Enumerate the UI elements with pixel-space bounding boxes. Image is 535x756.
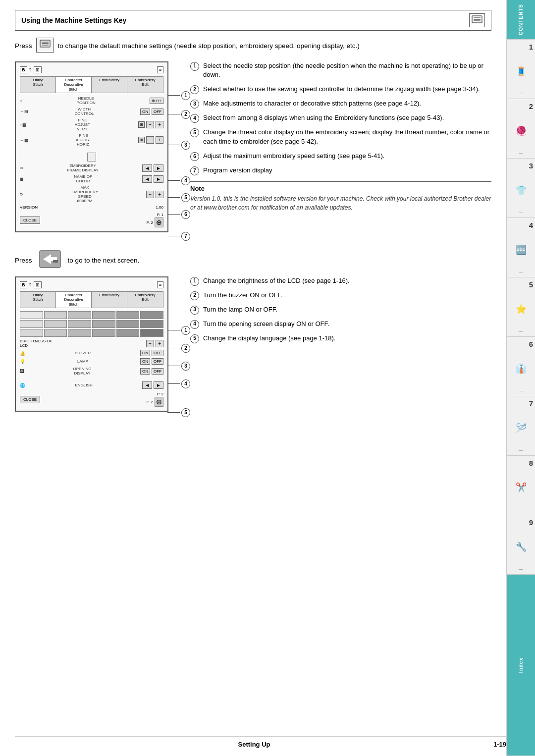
sidebar-tab-ch8[interactable]: 8 ✂️ —	[506, 456, 535, 515]
fine-horiz-ctrl[interactable]: ⊞ − +	[138, 136, 163, 144]
sidebar-tab-contents[interactable]: CONTENTS	[506, 0, 535, 40]
machine-brand-logo: B	[20, 66, 27, 73]
needle-ctrl[interactable]: ⊕↕+↑	[150, 98, 163, 104]
sidebar-icon-4: 🔤	[516, 244, 527, 255]
color-name-left[interactable]: ◄	[142, 175, 152, 183]
emb-speed-minus[interactable]: −	[146, 191, 154, 198]
callout-text-7: Program version display	[203, 166, 272, 175]
language-ctrl[interactable]: ◄ ►	[142, 381, 163, 389]
section-header: Using the Machine Settings Key	[15, 10, 491, 31]
callout-circle-5: 5	[181, 193, 190, 202]
lamp-on[interactable]: ON	[140, 358, 150, 365]
next-page-btn-2[interactable]: ⊕	[155, 397, 163, 407]
brightness-ctrl[interactable]: − +	[146, 340, 163, 347]
callout-5-connector: 5	[167, 193, 190, 202]
machine-row-fine-vert: ↕▦ FINEADJUSTVERT. ⊞ − +	[20, 118, 163, 131]
callout-line-7	[167, 236, 180, 236]
sidebar-tab-ch5[interactable]: 5 ⭐ —	[506, 277, 535, 337]
fine-vert-label: FINEADJUSTVERT.	[27, 118, 139, 131]
sidebar-tab-ch3[interactable]: 3 👕 —	[506, 159, 535, 218]
note-box: Note Version 1.0, this is the installed …	[190, 181, 491, 212]
fine-horiz-minus[interactable]: −	[146, 136, 154, 144]
brightness-minus[interactable]: −	[146, 340, 154, 347]
sidebar-dash-3: —	[519, 210, 523, 215]
close-button-2[interactable]: CLOSE	[20, 396, 40, 403]
main-section-2: B ? ⊞ ≡ UtilityStitch CharacterDecorativ…	[15, 276, 491, 420]
sidebar-tab-ch6[interactable]: 6 👔 —	[506, 337, 535, 396]
sidebar-tab-ch4[interactable]: 4 🔤 —	[506, 218, 535, 277]
callout-line-5	[167, 197, 180, 198]
callout2-circle-1: 1	[181, 326, 190, 335]
lamp-ctrl[interactable]: ON OFF	[140, 358, 163, 365]
sidebar-tab-ch9[interactable]: 9 🔧 —	[506, 515, 535, 575]
main-content: Using the Machine Settings Key Press to …	[0, 0, 506, 756]
press-label: Press	[15, 41, 32, 51]
emb-speed-plus[interactable]: +	[156, 191, 163, 198]
lamp-icon: 💡	[20, 359, 25, 364]
fine-vert-plus[interactable]: +	[156, 121, 163, 128]
callout2-line-1	[167, 330, 180, 330]
next-page-btn-1[interactable]: ⊕	[155, 217, 163, 227]
language-left[interactable]: ◄	[142, 381, 152, 389]
buzzer-on[interactable]: ON	[140, 350, 150, 356]
page-footer: Setting Up 1-19	[15, 736, 506, 748]
buzzer-ctrl[interactable]: ON OFF	[140, 350, 163, 356]
callout-circle-6: 6	[181, 210, 190, 219]
sidebar-icon-7: 🪡	[516, 423, 527, 433]
version-row: VERSION 1.00	[20, 205, 163, 210]
swatch-14	[44, 329, 67, 337]
emb-frame-left[interactable]: ◄	[142, 164, 152, 172]
swatch-1	[20, 311, 43, 319]
emb-speed-ctrl[interactable]: − +	[146, 191, 163, 198]
opening-ctrl[interactable]: ON OFF	[140, 368, 163, 375]
callout-desc-5: 5 Change the thread color display on the…	[190, 128, 491, 147]
fine-vert-minus[interactable]: −	[146, 121, 154, 128]
color-name-right[interactable]: ►	[154, 175, 163, 183]
buzzer-off[interactable]: OFF	[152, 350, 163, 356]
sidebar-tab-ch2[interactable]: 2 🧶 —	[506, 99, 535, 159]
width-on[interactable]: ON	[140, 108, 150, 115]
sidebar-tab-ch1[interactable]: 1 🧵 —	[506, 40, 535, 99]
close-button-1[interactable]: CLOSE	[20, 216, 40, 224]
emb-frame-ctrl[interactable]: ◄ ►	[142, 164, 163, 172]
callout-line-3	[167, 145, 180, 145]
callout-circle-2: 2	[181, 110, 190, 119]
opening-on[interactable]: ON	[140, 368, 150, 375]
emb-frame-label: EMBROIDERYFRAME DISPLAY	[23, 163, 142, 172]
brightness-plus[interactable]: +	[156, 340, 163, 347]
sidebar-tab-index[interactable]: Index	[506, 575, 535, 756]
sidebar-icon-1: 🧵	[516, 66, 527, 77]
callout-text-5: Change the thread color display on the e…	[203, 128, 491, 147]
color-name-ctrl[interactable]: ◄ ►	[142, 175, 163, 183]
callout-desc-7: 7 Program version display	[190, 166, 491, 175]
fine-vert-ctrl[interactable]: ⊞ − +	[138, 121, 163, 128]
language-right[interactable]: ►	[154, 381, 163, 389]
machine-row-emb-frame: ▭ EMBROIDERYFRAME DISPLAY ◄ ►	[20, 163, 163, 172]
swatch-8	[44, 320, 67, 328]
sidebar-tab-ch7[interactable]: 7 🪡 —	[506, 396, 535, 456]
fine-horiz-plus[interactable]: +	[156, 136, 163, 144]
callout-desc-6: 6 Adjust the maximum embroidery speed se…	[190, 152, 491, 161]
machine-tab2-utility: UtilityStitch	[20, 292, 56, 308]
color-name-label: NAME OFCOLOR	[24, 174, 142, 183]
sidebar-dash-4: —	[519, 270, 523, 274]
sidebar-dash-1: —	[519, 91, 523, 96]
opening-off[interactable]: OFF	[152, 368, 163, 375]
width-ctrl[interactable]: ON OFF	[140, 108, 163, 115]
callout-line-4	[167, 180, 180, 181]
emb-frame-right[interactable]: ►	[154, 164, 163, 172]
callout2-circle-4: 4	[181, 379, 190, 388]
callout-numbers-col-1: 1 2 3 4 5	[167, 91, 190, 241]
callout2-text-2: Turn the buzzer ON or OFF.	[203, 291, 283, 300]
section-title: Using the Machine Settings Key	[21, 16, 126, 24]
main-section-1: B ? ⊞ ≡ UtilityStitch CharacterDecorativ…	[15, 61, 491, 241]
callout-desc-1: 1 Select the needle stop position (the n…	[190, 61, 491, 80]
width-off[interactable]: OFF	[152, 108, 163, 115]
callout-text-4: Select from among 8 displays when using …	[203, 113, 444, 123]
swatch-17	[116, 329, 140, 337]
sidebar-dash-6: —	[519, 388, 523, 393]
lamp-off[interactable]: OFF	[152, 358, 163, 365]
page-p2: P. 2	[147, 220, 153, 225]
callout2-desc-3: 3 Turn the lamp ON or OFF.	[190, 305, 491, 315]
swatch-12	[140, 320, 163, 328]
